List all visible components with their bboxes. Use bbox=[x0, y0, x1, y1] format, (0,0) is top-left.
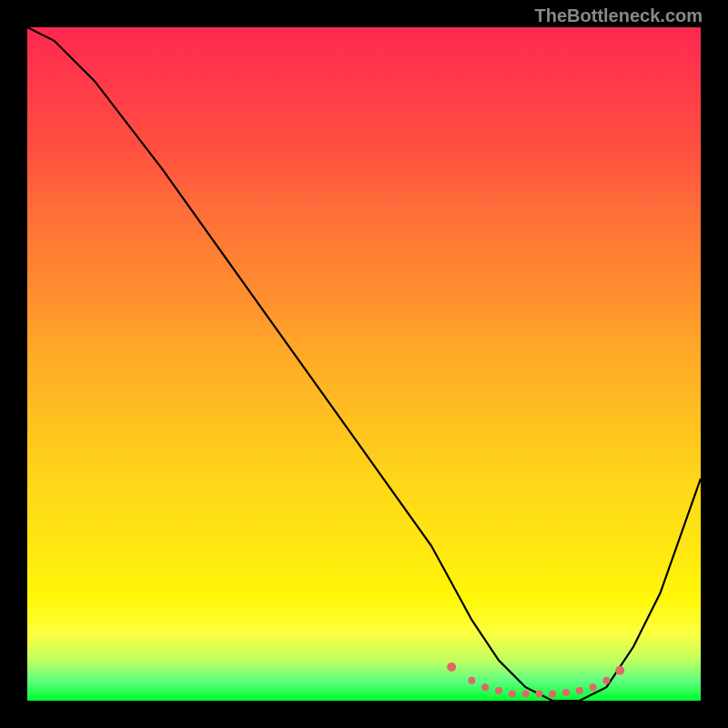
plot-area bbox=[27, 27, 701, 701]
marker-dot bbox=[602, 677, 610, 684]
marker-dot bbox=[535, 691, 542, 698]
marker-dot bbox=[590, 683, 597, 691]
watermark-text: TheBottleneck.com bbox=[535, 5, 703, 26]
chart-container: TheBottleneck.com bbox=[0, 0, 728, 728]
marker-dot bbox=[562, 689, 570, 696]
marker-dot bbox=[549, 691, 556, 698]
marker-dot bbox=[481, 683, 489, 691]
marker-dot bbox=[447, 662, 456, 672]
chart-svg bbox=[27, 27, 701, 701]
bottleneck-curve bbox=[27, 27, 701, 701]
marker-dot bbox=[509, 691, 516, 698]
marker-dot bbox=[522, 691, 530, 698]
marker-dot bbox=[468, 677, 475, 684]
marker-dot bbox=[615, 666, 624, 675]
marker-dot bbox=[495, 687, 502, 694]
marker-dot bbox=[576, 687, 583, 694]
curve-line bbox=[27, 27, 701, 701]
